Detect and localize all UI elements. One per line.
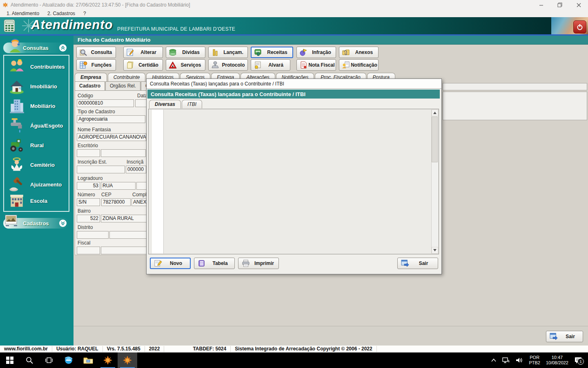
infracao-button[interactable]: Infração — [296, 47, 336, 58]
menu-cadastros[interactable]: 2. Cadastros — [46, 11, 77, 16]
subtab-orgaos-rel[interactable]: Orgãos Rel. — [105, 81, 140, 91]
menu-atendimento[interactable]: 1. Atendimento — [5, 11, 41, 16]
volume-tray-icon[interactable] — [516, 357, 523, 364]
nome-fantasia-field[interactable]: AGROPECUARIA CANANOVA — [77, 133, 146, 141]
cep-field[interactable]: 78278000 — [101, 198, 131, 206]
scroll-up-button[interactable] — [432, 110, 438, 116]
sidebar-item-contribuintes[interactable]: Contribuintes — [8, 57, 65, 76]
consulta-button[interactable]: Consulta — [76, 47, 116, 58]
button-label: Tabela — [206, 260, 234, 266]
lancam-button[interactable]: Lançam. — [208, 47, 248, 58]
logradouro-extra-field[interactable] — [136, 182, 147, 190]
cadastro-form: Código Data 000000810 Tipo de Cadastro A… — [75, 90, 147, 255]
sidebar-item-agua-esgoto[interactable]: Água/Esgoto — [8, 116, 65, 135]
data-label: Data — [137, 93, 147, 99]
alterar-button[interactable]: Alterar — [123, 47, 163, 58]
sidebar-item-imobiliario[interactable]: Imobiliário — [8, 77, 65, 96]
inscricao-field[interactable]: 000000 — [126, 166, 146, 173]
bairro-field[interactable]: ZONA RURAL — [101, 215, 147, 222]
funcoes-button[interactable]: Funções — [76, 59, 116, 71]
certidao-button[interactable]: Certidão — [123, 59, 163, 71]
power-button[interactable] — [573, 20, 586, 34]
task-view-button[interactable] — [39, 352, 59, 368]
notification-center-button[interactable]: 1 — [574, 357, 582, 364]
protocolo-button[interactable]: Protocolo — [208, 59, 248, 71]
button-label: Lançam. — [219, 49, 247, 55]
expand-cadastros-button[interactable] — [59, 220, 67, 227]
logradouro-tipo-field[interactable]: RUA — [101, 182, 136, 190]
sidebar-item-rural[interactable]: Rural — [8, 136, 65, 155]
sidebar-item-label: Cemitério — [30, 162, 55, 168]
subtabstrip: Cadastro Orgãos Rel. Ca — [75, 81, 156, 90]
inscricao-label: Inscriçã — [127, 159, 143, 165]
tab-empresa[interactable]: Empresa — [75, 73, 107, 81]
network-tray-icon[interactable] — [502, 357, 510, 364]
receitas-button[interactable]: Receitas — [251, 47, 293, 58]
button-label: Sair — [409, 260, 438, 266]
novo-button[interactable]: Novo — [150, 258, 191, 269]
dialog-sair-button[interactable]: Sair — [397, 258, 438, 269]
escritorio-field-2[interactable] — [101, 149, 146, 157]
app-taskbar-button-2[interactable] — [118, 352, 137, 368]
codigo-field[interactable]: 000000810 — [77, 99, 134, 107]
taskbar-search-button[interactable] — [20, 352, 39, 368]
scroll-thumb[interactable] — [432, 117, 438, 162]
file-explorer-button[interactable] — [78, 352, 98, 368]
inscricao-est-field[interactable] — [77, 166, 125, 173]
hidden-icons-button[interactable] — [491, 359, 496, 362]
servicos-button[interactable]: Serviços — [166, 59, 205, 71]
numero-field[interactable]: S/N — [77, 198, 100, 206]
alvara-button[interactable]: Alvará — [251, 59, 290, 71]
button-label: Sair — [558, 334, 583, 339]
clock[interactable]: 10:4710/08/2022 — [546, 355, 568, 366]
dialog-tab-diversas[interactable]: Diversas — [149, 100, 181, 108]
fiscal-field-2[interactable] — [101, 247, 147, 254]
distrito-field-1[interactable] — [77, 231, 109, 239]
tab-contribuinte[interactable]: Contribuinte — [108, 73, 146, 81]
dialog-tab-itbi[interactable]: ITBI — [182, 100, 202, 108]
dividas-button[interactable]: Dívidas — [166, 47, 205, 58]
sair-button[interactable]: Sair — [546, 331, 583, 342]
logradouro-num-field[interactable]: 53 — [77, 182, 100, 190]
imprimir-button[interactable]: Imprimir — [238, 258, 279, 269]
fiscal-field-1[interactable] — [77, 247, 100, 254]
restore-button[interactable] — [550, 0, 569, 10]
bairro-num-field[interactable]: 522 — [77, 215, 100, 222]
tipo-cadastro-field[interactable]: Agropecuaria — [77, 115, 145, 123]
distrito-field-2[interactable] — [109, 231, 147, 239]
window-titlebar: Atendimento - Atualizado dia: 27/06/2022… — [0, 0, 588, 10]
data-field[interactable] — [135, 99, 147, 107]
dialog-grid-area[interactable] — [148, 109, 439, 254]
start-button[interactable] — [0, 352, 20, 368]
nota-fiscal-button[interactable]: Nota Fiscal — [296, 59, 336, 71]
notificacao-button[interactable]: Notificação — [339, 59, 379, 71]
button-label: Serviços — [177, 62, 205, 68]
menu-help[interactable]: ? — [82, 11, 88, 16]
status-year: 2022 — [145, 346, 165, 352]
right-panel-strip — [443, 83, 587, 90]
sidebar-item-label: Contribuintes — [30, 64, 65, 70]
close-button[interactable] — [569, 0, 588, 10]
vertical-scrollbar[interactable] — [431, 110, 438, 254]
page-title: Ficha do Cadastro Móbiliário — [78, 37, 150, 43]
bairro-label: Bairro — [78, 208, 91, 214]
escritorio-field-1[interactable] — [77, 149, 100, 157]
sidebar-item-mobiliario[interactable]: Mobiliário — [8, 96, 65, 115]
grid-row-header-column — [152, 110, 164, 254]
dialog-titlebar[interactable]: Consulta Receitas (Taxas) lançadas para … — [147, 79, 441, 89]
collapse-consultas-button[interactable] — [59, 44, 67, 52]
sidebar-item-cemiterio[interactable]: Cemitério — [8, 155, 65, 174]
anexos-button[interactable]: Anexos — [339, 47, 379, 58]
bars-icon — [211, 48, 219, 56]
minimize-button[interactable] — [532, 0, 550, 10]
tabela-button[interactable]: Tabela — [194, 258, 235, 269]
app-taskbar-button-1[interactable] — [98, 352, 118, 368]
scroll-down-button[interactable] — [432, 247, 438, 254]
magnifier-icon — [79, 48, 87, 56]
subtab-cadastro[interactable]: Cadastro — [75, 81, 105, 91]
language-indicator[interactable]: PORPTB2 — [529, 355, 540, 366]
system-tray: PORPTB2 10:4710/08/2022 1 — [488, 352, 588, 368]
internet-explorer-button[interactable] — [59, 352, 78, 368]
complemento-field[interactable]: ANEXO — [131, 198, 147, 206]
sidebar-item-escola[interactable]: Escola — [8, 191, 65, 210]
